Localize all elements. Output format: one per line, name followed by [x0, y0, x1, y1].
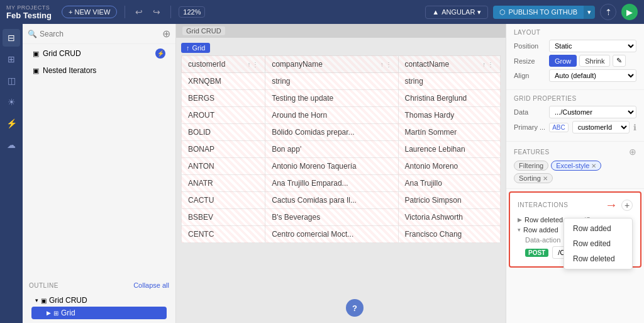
tree-item-label: Grid CRUD — [43, 49, 152, 58]
interactions-section: INTERACTIONS → + ▶ Row deleted → → /Cu ▾… — [509, 191, 641, 268]
add-page-icon[interactable]: ⊕ — [162, 28, 170, 40]
publish-label: PUBLISH TO GITHUB — [508, 8, 577, 16]
table-cell-customerId: BOLID — [182, 124, 265, 141]
col-header-customerId[interactable]: customerId↑ ⋮ — [182, 56, 265, 73]
col-sort-icons[interactable]: ↑ ⋮ — [247, 61, 258, 68]
position-label: Position — [514, 42, 545, 50]
resize-edit-icon[interactable]: ✎ — [613, 55, 626, 67]
data-select[interactable]: .../Customer — [549, 106, 636, 118]
feature-sorting-remove[interactable]: ✕ — [543, 175, 548, 182]
add-interaction-button[interactable]: + — [621, 200, 633, 211]
outline-item-grid-crud[interactable]: ▾ ▣ Grid CRUD — [29, 294, 169, 307]
outline-section: OUTLINE Collapse all ▾ ▣ Grid CRUD ▶ ⊞ G… — [23, 276, 175, 323]
table-row[interactable]: ANATRAna Trujillo Emparad...Ana Trujillo — [182, 175, 501, 192]
table-row[interactable]: AROUTAround the HornThomas Hardy — [182, 107, 501, 124]
publish-dropdown-button[interactable]: ▾ — [584, 6, 595, 19]
table-cell-customerId: CENTC — [182, 226, 265, 243]
interaction-row-deleted-label: Row deleted — [525, 216, 563, 224]
align-select[interactable]: Auto (default) — [549, 69, 636, 82]
outline-tree: ▾ ▣ Grid CRUD ▶ ⊞ Grid — [29, 292, 169, 322]
dropdown-row-edited[interactable]: Row edited — [564, 236, 632, 251]
collapse-all-button[interactable]: Collapse all — [133, 281, 169, 289]
new-view-button[interactable]: + NEW VIEW — [62, 6, 117, 18]
feature-excel-style: Excel-style ✕ — [551, 161, 601, 171]
feature-filtering: Filtering — [514, 161, 548, 171]
features-section: FEATURES ⊕ Filtering Excel-style ✕ Sorti… — [506, 142, 644, 189]
grid-label-bar: ↑ Grid — [181, 43, 501, 53]
col-sort-icons2[interactable]: ↑ ⋮ — [380, 61, 392, 68]
table-row[interactable]: BERGSTesting the updateChristina Berglun… — [182, 90, 501, 107]
col-sort-icons3[interactable]: ↑ ⋮ — [482, 61, 494, 68]
dropdown-row-deleted[interactable]: Row deleted — [564, 251, 632, 266]
table-cell-contactName: string — [398, 73, 500, 90]
icon-bar-theme[interactable]: ☀ — [3, 93, 20, 111]
outline-item-label: Grid CRUD — [49, 296, 87, 305]
feature-sorting: Sorting ✕ — [514, 173, 553, 183]
publish-button[interactable]: ⬡ PUBLISH TO GITHUB — [493, 6, 584, 19]
table-cell-customerId: XRNQBM — [182, 73, 265, 90]
primary-label: Primary ... — [514, 123, 545, 131]
publish-group: ⬡ PUBLISH TO GITHUB ▾ — [493, 6, 595, 19]
outline-item-grid[interactable]: ▶ ⊞ Grid — [31, 307, 167, 319]
share-button[interactable]: ⇡ — [600, 4, 616, 20]
table-cell-contactName: Thomas Hardy — [398, 107, 500, 124]
col-header-contactName[interactable]: contactName↑ ⋮ — [398, 56, 500, 73]
chevron-row-added-icon: ▾ — [518, 227, 521, 233]
tree-item-grid-crud[interactable]: ▣ Grid CRUD ⚡ — [26, 45, 172, 62]
redo-button[interactable]: ↪ — [150, 6, 163, 18]
position-select[interactable]: Static — [549, 40, 636, 52]
table-cell-companyName: string — [265, 73, 398, 90]
layout-section: LAYOUT Position Static Resize Grow Shrin… — [506, 24, 644, 90]
canvas-breadcrumb: Grid CRUD — [176, 24, 506, 38]
interactions-title: INTERACTIONS — [518, 201, 568, 208]
separator — [125, 6, 125, 18]
icon-bar-pages[interactable]: ⊟ — [3, 29, 20, 47]
icon-bar-data[interactable]: ◫ — [3, 72, 20, 89]
red-arrow-icon: → — [605, 198, 618, 212]
col-header-companyName[interactable]: companyName↑ ⋮ — [265, 56, 398, 73]
topbar-project-info: MY PROJECTS Feb Testing — [6, 4, 52, 20]
grow-button[interactable]: Grow — [549, 55, 577, 67]
search-input[interactable] — [40, 30, 160, 38]
help-button[interactable]: ? — [346, 299, 364, 317]
angular-icon: ▲ — [432, 8, 439, 16]
align-row: Align Auto (default) — [514, 69, 636, 82]
shrink-button[interactable]: Shrink — [579, 55, 610, 67]
table-header-row: customerId↑ ⋮ companyName↑ ⋮ contactName… — [182, 56, 501, 73]
features-add-icon[interactable]: ⊕ — [629, 147, 636, 157]
undo-button[interactable]: ↩ — [133, 6, 145, 18]
table-row[interactable]: BOLIDBólido Comidas prepar...Martín Somm… — [182, 124, 501, 141]
chevron-right-icon: ▶ — [47, 310, 51, 316]
col-header-label2: companyName — [272, 60, 323, 69]
feature-excel-remove[interactable]: ✕ — [591, 162, 596, 169]
table-cell-contactName: Antonio Moreno — [398, 158, 500, 175]
table-row[interactable]: CENTCCentro comercial Moct...Francisco C… — [182, 226, 501, 243]
angular-button[interactable]: ▲ ANGULAR ▾ — [425, 6, 488, 19]
grid-up-icon: ↑ — [186, 44, 190, 52]
table-row[interactable]: XRNQBMstringstring — [182, 73, 501, 90]
icon-bar: ⊟ ⊞ ◫ ☀ ⚡ ☁ — [0, 24, 23, 323]
zoom-button[interactable]: 122% — [179, 6, 205, 18]
table-row[interactable]: ANTONAntonio Moreno TaqueríaAntonio More… — [182, 158, 501, 175]
tree-item-nested[interactable]: ▣ Nested Iterators — [26, 63, 172, 78]
table-cell-contactName: Laurence Lebihan — [398, 141, 500, 158]
interactions-header: INTERACTIONS → + — [518, 198, 633, 212]
project-label: MY PROJECTS — [6, 4, 52, 11]
left-panel: 🔍 ⊕ ▣ Grid CRUD ⚡ ▣ Nested Iterators OU — [23, 24, 176, 323]
layout-title: LAYOUT — [514, 29, 636, 36]
grid-properties-title: GRID PROPERTIES — [514, 95, 636, 102]
dropdown-row-added[interactable]: Row added — [564, 221, 632, 236]
table-row[interactable]: BSBEVB's BeveragesVictoria Ashworth — [182, 209, 501, 226]
icon-bar-chat[interactable]: ☁ — [3, 136, 20, 154]
page-icon: ▣ — [41, 297, 47, 304]
table-row[interactable]: BONAPBon app'Laurence Lebihan — [182, 141, 501, 158]
play-button[interactable]: ▶ — [621, 4, 638, 20]
primary-type-badge: ABC — [549, 123, 569, 132]
primary-select[interactable]: customerId — [572, 121, 630, 133]
icon-bar-events[interactable]: ⚡ — [3, 115, 20, 132]
table-row[interactable]: CACTUCactus Comidas para Il...Patricio S… — [182, 192, 501, 209]
resize-row: Resize Grow Shrink ✎ — [514, 55, 636, 67]
primary-info-icon[interactable]: ℹ — [633, 123, 636, 132]
icon-bar-components[interactable]: ⊞ — [3, 50, 20, 68]
data-row: Data .../Customer — [514, 106, 636, 118]
